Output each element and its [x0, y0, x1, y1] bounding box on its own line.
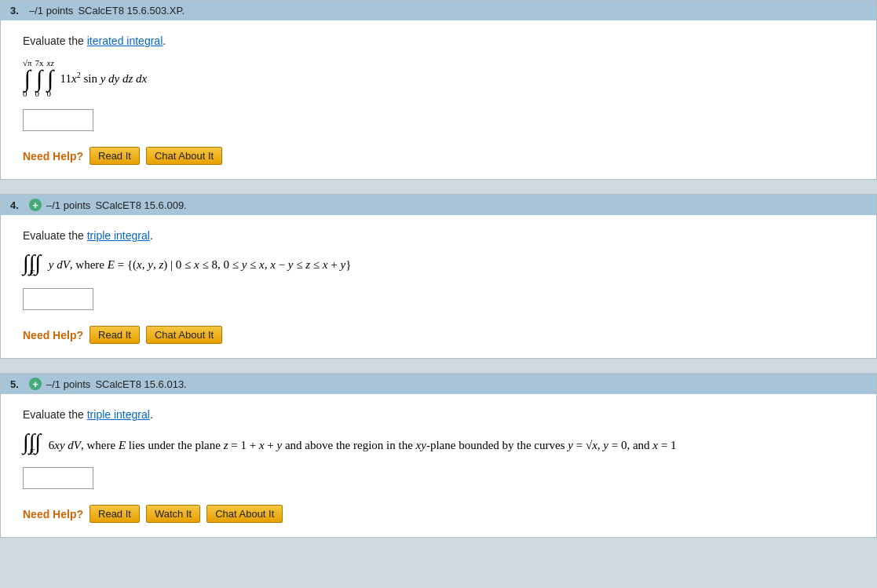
problem-4: 4. + –/1 points SCalcET8 15.6.009. Evalu…: [0, 194, 877, 359]
problem-4-help-row: Need Help? Read It Chat About It: [23, 326, 854, 344]
problem-5-instruction: Evaluate the triple integral.: [23, 408, 854, 421]
problem-4-id: SCalcET8 15.6.009.: [95, 199, 186, 211]
problem-5-read-it[interactable]: Read It: [90, 505, 140, 523]
problem-3-chat-about-it[interactable]: Chat About It: [146, 147, 222, 165]
problem-4-answer-box[interactable]: [23, 288, 854, 323]
problem-4-instruction: Evaluate the triple integral.: [23, 229, 854, 242]
problem-5-need-help: Need Help?: [23, 508, 83, 520]
problem-5-points: –/1 points: [46, 378, 90, 390]
problem-5-header: 5. + –/1 points SCalcET8 15.6.013.: [1, 374, 876, 394]
problem-4-points: –/1 points: [46, 199, 90, 211]
problem-3-math: √π ∫ 0 7x ∫ 0 xz ∫ 0: [23, 58, 854, 98]
problem-3-points: –/1 points: [29, 5, 73, 16]
problem-4-header: 4. + –/1 points SCalcET8 15.6.009.: [1, 195, 876, 215]
problem-3-help-row: Need Help? Read It Chat About It: [23, 147, 854, 165]
problem-3-header: 3. –/1 points SCalcET8 15.6.503.XP.: [1, 1, 876, 20]
problem-5-help-row: Need Help? Read It Watch It Chat About I…: [23, 505, 854, 523]
problem-5-plus-icon: +: [29, 378, 42, 390]
problem-3: 3. –/1 points SCalcET8 15.6.503.XP. Eval…: [0, 0, 877, 180]
problem-4-chat-about-it[interactable]: Chat About It: [146, 326, 222, 344]
problem-3-instruction: Evaluate the iterated integral.: [23, 35, 854, 47]
problem-4-number: 4.: [10, 199, 24, 211]
problem-4-need-help: Need Help?: [23, 329, 83, 341]
problem-3-body: Evaluate the iterated integral. √π ∫ 0 7…: [1, 20, 876, 179]
problem-3-answer-box[interactable]: [23, 109, 854, 144]
problem-3-highlight: iterated integral: [87, 35, 163, 47]
problem-4-plus-icon: +: [29, 199, 42, 211]
problem-3-need-help: Need Help?: [23, 150, 83, 163]
problem-5-body: Evaluate the triple integral. ∫∫∫ E 6xy …: [1, 394, 876, 537]
problem-3-read-it[interactable]: Read It: [90, 147, 140, 165]
problem-5-math: ∫∫∫ E 6xy dV, where E lies under the pla…: [23, 432, 854, 456]
problem-4-math: ∫∫∫ E y dV, where E = {(x, y, z) | 0 ≤ x…: [23, 253, 854, 277]
problem-4-highlight: triple integral: [87, 229, 150, 242]
problem-5-id: SCalcET8 15.6.013.: [95, 378, 186, 390]
problem-5: 5. + –/1 points SCalcET8 15.6.013. Evalu…: [0, 373, 877, 538]
problem-4-body: Evaluate the triple integral. ∫∫∫ E y dV…: [1, 215, 876, 358]
problem-3-id: SCalcET8 15.6.503.XP.: [78, 5, 185, 16]
problem-5-number: 5.: [10, 378, 24, 390]
problem-3-number: 3.: [10, 5, 24, 16]
problem-5-chat-about-it[interactable]: Chat About It: [206, 505, 283, 523]
problem-4-read-it[interactable]: Read It: [90, 326, 140, 344]
problem-5-watch-it[interactable]: Watch It: [146, 505, 200, 523]
problem-5-answer-box[interactable]: [23, 467, 854, 502]
problem-5-highlight: triple integral: [87, 408, 150, 421]
